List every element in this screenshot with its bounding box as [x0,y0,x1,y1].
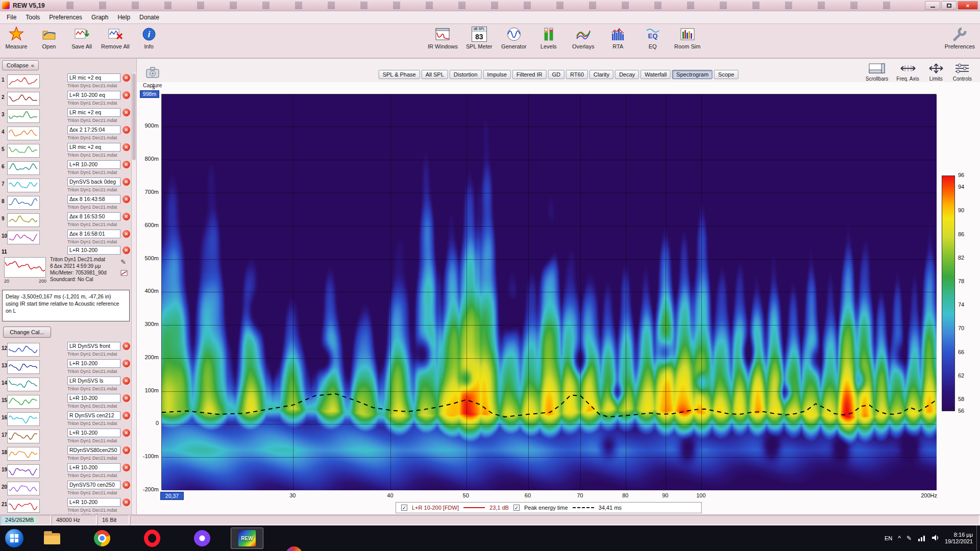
delete-measurement-button[interactable]: × [122,195,130,203]
measurement-row[interactable]: 1LR mic +2 eq×Triton Dyn1 Dec21.mdat [0,72,131,90]
delete-measurement-button[interactable]: × [122,178,130,186]
spl-meter-button[interactable]: dB SPL83 SPL Meter [466,26,493,49]
measurement-row[interactable]: 16R DynSVS cen212×Triton Dyn1 Dec21.mdat [0,410,131,428]
minimize-button[interactable] [925,1,940,10]
freq-axis-button[interactable]: Freq. Axis [896,63,919,82]
cal-file-icon[interactable] [120,270,128,278]
eq-button[interactable]: EQ EQ [640,26,666,49]
measurement-row[interactable]: 19L+R 10-200×Triton Dyn1 Dec21.mdat [0,462,131,480]
measurement-name-field[interactable]: DynSVS70 cen250 [67,481,120,489]
save-all-button[interactable]: Save All [68,26,95,49]
ir-windows-button[interactable]: IR Windows [428,26,458,49]
purple-app-icon[interactable] [194,530,210,546]
language-indicator[interactable]: EN [885,535,892,541]
tab-spl-phase[interactable]: SPL & Phase [379,70,420,79]
measurement-row[interactable]: 5LR mic +2 eq×Triton Dyn1 Dec21.mdat [0,142,131,159]
speaker-icon[interactable] [931,534,939,543]
overlays-button[interactable]: Overlays [570,26,597,49]
info-button[interactable]: i Info [136,26,162,49]
tab-gd[interactable]: GD [548,70,565,79]
time-axis-max-field[interactable]: 998m [140,90,159,98]
rta-button[interactable]: RTA [605,26,631,49]
tab-filtered-ir[interactable]: Filtered IR [512,70,547,79]
maximize-button[interactable] [941,1,957,10]
measurement-row[interactable]: 9Δεκ 8 16:53:50×Triton Dyn1 Dec21.mdat [0,211,131,229]
measurement-row[interactable]: 18RDynSVS80cen250×Triton Dyn1 Dec21.mdat [0,445,131,462]
tab-clarity[interactable]: Clarity [590,70,614,79]
delete-measurement-button[interactable]: × [122,429,130,437]
series-checkbox[interactable]: ✓ [401,505,407,511]
measurement-name-field[interactable]: LR mic +2 eq [67,108,120,117]
measurement-name-field[interactable]: L+R 10-200 eq [67,91,120,99]
spectrogram-canvas[interactable] [162,94,937,490]
titlebar[interactable]: REW V5,19 × [0,0,980,11]
measurement-row[interactable]: 14LR DynSVS ls×Triton Dyn1 Dec21.mdat [0,375,131,393]
delete-measurement-button[interactable]: × [122,394,130,402]
measurement-row[interactable]: 17L+R 10-200×Triton Dyn1 Dec21.mdat [0,428,131,445]
collapse-sidebar-button[interactable]: Collapse « [2,60,39,70]
delete-measurement-button[interactable]: × [122,213,130,220]
measurement-name-field[interactable]: L+R 10-200 [67,160,120,169]
measurement-name-field[interactable]: Δεκ 2 17:25:04 [67,126,120,134]
delete-measurement-button[interactable]: × [122,143,130,151]
graphics-app-icon[interactable] [286,546,302,551]
chrome-browser-icon[interactable] [94,530,110,546]
menu-file[interactable]: File [2,12,21,22]
scrollbars-button[interactable]: Scrollbars [866,63,888,82]
measurement-row[interactable]: 21L+R 10-200×Triton Dyn1 Dec21.mdat11 Δε… [0,497,131,514]
start-button[interactable] [5,529,23,547]
measurement-name-field[interactable]: L+R 10-200 [67,359,120,368]
measurement-name-field[interactable]: DynSVS back 0deg [67,178,120,186]
sidebar-scrollbar[interactable] [131,72,136,514]
menu-tools[interactable]: Tools [21,12,44,22]
measurement-name-field[interactable]: Δεκ 8 16:43:58 [67,195,120,204]
delete-measurement-button[interactable]: × [122,377,130,385]
clock[interactable]: 8:16 μμ 19/12/2021 [945,532,973,545]
freq-axis-min-field[interactable]: 20,37 [160,492,184,500]
selected-measurement-panel[interactable]: 11 L+R 10-200 × 20 200 Triton Dyn1 Dec21… [0,246,131,289]
tab-scope[interactable]: Scope [714,70,738,79]
delete-measurement-button[interactable]: × [122,360,130,367]
measurement-row[interactable]: 15L+R 10-200×Triton Dyn1 Dec21.mdat [0,393,131,410]
tab-impulse[interactable]: Impulse [483,70,511,79]
scrollbar-thumb[interactable] [132,73,136,160]
measurement-name-field[interactable]: R DynSVS cen212 [67,411,120,420]
controls-button[interactable]: Controls [953,63,972,82]
menu-donate[interactable]: Donate [135,12,164,22]
delete-measurement-button[interactable]: × [122,126,130,134]
delete-measurement-button[interactable]: × [122,230,130,238]
measurement-row[interactable]: 3LR mic +2 eq×Triton Dyn1 Dec21.mdat [0,107,131,124]
measurement-row[interactable]: 10Δεκ 8 16:58:01×Triton Dyn1 Dec21.mdat [0,229,131,246]
measure-button[interactable]: Measure [3,26,30,49]
measurement-name-field[interactable]: L+R 10-200 [67,246,120,255]
show-desktop-button[interactable] [976,525,980,551]
tray-expand-icon[interactable]: ^ [898,535,901,542]
measurement-row[interactable]: 6L+R 10-200×Triton Dyn1 Dec21.mdat [0,159,131,177]
measurement-row[interactable]: 12LR DynSVS front×Triton Dyn1 Dec21.mdat [0,341,131,358]
tab-all-spl[interactable]: All SPL [422,70,448,79]
measurement-name-field[interactable]: Δεκ 8 16:58:01 [67,230,120,238]
menu-graph[interactable]: Graph [87,12,113,22]
spectrogram-plot[interactable] [161,94,936,490]
file-explorer-icon[interactable] [44,530,60,546]
measurement-name-field[interactable]: L+R 10-200 [67,463,120,472]
network-icon[interactable] [917,534,925,543]
generator-button[interactable]: Generator [501,26,527,49]
peak-energy-checkbox[interactable]: ✓ [513,505,520,511]
measurement-row[interactable]: 7DynSVS back 0deg×Triton Dyn1 Dec21.mdat [0,177,131,194]
close-button[interactable]: × [958,1,978,10]
measurement-name-field[interactable]: LR mic +2 eq [67,143,120,152]
pen-input-icon[interactable]: ✎ [906,535,912,542]
measurement-name-field[interactable]: LR mic +2 eq [67,73,120,82]
levels-button[interactable]: Levels [535,26,562,49]
delete-measurement-button[interactable]: × [122,91,130,99]
menu-preferences[interactable]: Preferences [44,12,87,22]
delete-measurement-button[interactable]: × [122,246,130,254]
measurement-row[interactable]: 2L+R 10-200 eq×Triton Dyn1 Dec21.mdat [0,90,131,107]
rew-taskbar-button[interactable]: REW [231,528,263,549]
measurement-row[interactable]: 8Δεκ 8 16:43:58×Triton Dyn1 Dec21.mdat [0,194,131,211]
delete-measurement-button[interactable]: × [122,74,130,82]
measurement-name-field[interactable]: Δεκ 8 16:53:50 [67,212,120,221]
delete-measurement-button[interactable]: × [122,446,130,454]
delete-measurement-button[interactable]: × [122,498,130,506]
